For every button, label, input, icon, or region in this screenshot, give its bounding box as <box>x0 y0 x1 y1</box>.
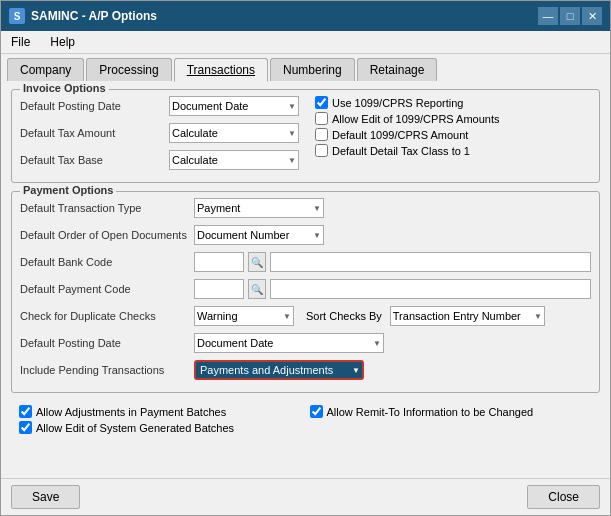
tab-processing[interactable]: Processing <box>86 58 171 81</box>
bank-code-row: Default Bank Code CCB 🔍 City Commercial … <box>20 252 591 272</box>
invoice-options-title: Invoice Options <box>20 82 109 94</box>
main-window: S SAMINC - A/P Options — □ ✕ File Help C… <box>0 0 611 516</box>
title-bar: S SAMINC - A/P Options — □ ✕ <box>1 1 610 31</box>
payment-search-button[interactable]: 🔍 <box>248 279 266 299</box>
footer-bar: Save Close <box>1 478 610 515</box>
title-controls: — □ ✕ <box>538 7 602 25</box>
menu-help[interactable]: Help <box>44 33 81 51</box>
payment-options-group: Payment Options Default Transaction Type… <box>11 191 600 393</box>
adjustments-checkbox-row: Allow Adjustments in Payment Batches <box>19 405 302 418</box>
tab-transactions[interactable]: Transactions <box>174 58 268 82</box>
maximize-button[interactable]: □ <box>560 7 580 25</box>
pending-transactions-row: Include Pending Transactions Payments an… <box>20 360 591 380</box>
payment-posting-date-row: Default Posting Date Document Date <box>20 333 591 353</box>
open-docs-row: Default Order of Open Documents Document… <box>20 225 591 245</box>
tax-amount-select-wrapper: Calculate <box>169 123 299 143</box>
bank-search-button[interactable]: 🔍 <box>248 252 266 272</box>
menu-bar: File Help <box>1 31 610 54</box>
checkbox-default-1099-label: Default 1099/CPRS Amount <box>332 129 468 141</box>
close-button[interactable]: ✕ <box>582 7 602 25</box>
payment-description-input[interactable]: Check <box>270 279 591 299</box>
tabs-bar: Company Processing Transactions Numberin… <box>1 54 610 81</box>
posting-date-row: Default Posting Date Document Date <box>20 96 299 116</box>
checkbox-allow-edit-label: Allow Edit of 1099/CPRS Amounts <box>332 113 500 125</box>
payment-posting-wrapper: Document Date <box>194 333 384 353</box>
adjustments-checkbox[interactable] <box>19 405 32 418</box>
system-batches-checkbox-row: Allow Edit of System Generated Batches <box>19 421 302 434</box>
invoice-left: Default Posting Date Document Date Defau… <box>20 96 299 174</box>
invoice-grid: Default Posting Date Document Date Defau… <box>20 96 591 174</box>
tab-retainage[interactable]: Retainage <box>357 58 438 81</box>
checkbox-allow-edit-row: Allow Edit of 1099/CPRS Amounts <box>315 112 591 125</box>
checkbox-tax-class-label: Default Detail Tax Class to 1 <box>332 145 470 157</box>
transaction-type-row: Default Transaction Type Payment <box>20 198 591 218</box>
minimize-button[interactable]: — <box>538 7 558 25</box>
app-icon: S <box>9 8 25 24</box>
payment-options-title: Payment Options <box>20 184 116 196</box>
pending-select[interactable]: Payments and Adjustments <box>194 360 364 380</box>
tax-base-select-wrapper: Calculate <box>169 150 299 170</box>
transaction-type-label: Default Transaction Type <box>20 202 190 214</box>
window-title: SAMINC - A/P Options <box>31 9 157 23</box>
payment-code-input[interactable]: CHECK <box>194 279 244 299</box>
payment-posting-date-label: Default Posting Date <box>20 337 190 349</box>
sort-checks-select[interactable]: Transaction Entry Number <box>390 306 545 326</box>
content-area: Invoice Options Default Posting Date Doc… <box>1 81 610 478</box>
pending-label: Include Pending Transactions <box>20 364 190 376</box>
transaction-type-wrapper: Payment <box>194 198 324 218</box>
system-batches-checkbox[interactable] <box>19 421 32 434</box>
payment-grid: Default Transaction Type Payment Default… <box>20 198 591 384</box>
payment-code-label: Default Payment Code <box>20 283 190 295</box>
checkbox-default-1099[interactable] <box>315 128 328 141</box>
checkbox-1099-row: Use 1099/CPRS Reporting <box>315 96 591 109</box>
checkbox-1099[interactable] <box>315 96 328 109</box>
duplicate-select[interactable]: Warning <box>194 306 294 326</box>
pending-select-wrapper: Payments and Adjustments ▼ <box>194 360 364 380</box>
close-button-footer[interactable]: Close <box>527 485 600 509</box>
payment-code-row: Default Payment Code CHECK 🔍 Check <box>20 279 591 299</box>
remit-to-checkbox[interactable] <box>310 405 323 418</box>
duplicate-select-wrapper: Warning <box>194 306 294 326</box>
tax-base-select[interactable]: Calculate <box>169 150 299 170</box>
posting-date-select-wrapper: Document Date <box>169 96 299 116</box>
bank-code-input[interactable]: CCB <box>194 252 244 272</box>
bottom-checkboxes: Allow Adjustments in Payment Batches All… <box>11 401 600 438</box>
tab-company[interactable]: Company <box>7 58 84 81</box>
checkbox-default-1099-row: Default 1099/CPRS Amount <box>315 128 591 141</box>
open-docs-wrapper: Document Number <box>194 225 324 245</box>
open-docs-label: Default Order of Open Documents <box>20 229 190 241</box>
tax-amount-label: Default Tax Amount <box>20 127 165 139</box>
open-docs-select[interactable]: Document Number <box>194 225 324 245</box>
tax-amount-select[interactable]: Calculate <box>169 123 299 143</box>
posting-date-label: Default Posting Date <box>20 100 165 112</box>
bank-description-input[interactable]: City Commercial Bank <box>270 252 591 272</box>
tax-base-row: Default Tax Base Calculate <box>20 150 299 170</box>
sort-checks-label: Sort Checks By <box>306 310 382 322</box>
invoice-right: Use 1099/CPRS Reporting Allow Edit of 10… <box>315 96 591 174</box>
remit-to-checkbox-row: Allow Remit-To Information to be Changed <box>310 405 593 418</box>
duplicate-checks-row: Check for Duplicate Checks Warning Sort … <box>20 306 591 326</box>
checkbox-tax-class[interactable] <box>315 144 328 157</box>
invoice-options-group: Invoice Options Default Posting Date Doc… <box>11 89 600 183</box>
title-left: S SAMINC - A/P Options <box>9 8 157 24</box>
posting-date-select[interactable]: Document Date <box>169 96 299 116</box>
save-button[interactable]: Save <box>11 485 80 509</box>
adjustments-label: Allow Adjustments in Payment Batches <box>36 406 226 418</box>
sort-checks-wrapper: Transaction Entry Number <box>390 306 545 326</box>
checkbox-tax-class-row: Default Detail Tax Class to 1 <box>315 144 591 157</box>
remit-to-label: Allow Remit-To Information to be Changed <box>327 406 534 418</box>
tab-numbering[interactable]: Numbering <box>270 58 355 81</box>
transaction-type-select[interactable]: Payment <box>194 198 324 218</box>
checkbox-1099-label: Use 1099/CPRS Reporting <box>332 97 463 109</box>
checkbox-allow-edit[interactable] <box>315 112 328 125</box>
duplicate-checks-label: Check for Duplicate Checks <box>20 310 190 322</box>
tax-base-label: Default Tax Base <box>20 154 165 166</box>
menu-file[interactable]: File <box>5 33 36 51</box>
bank-code-label: Default Bank Code <box>20 256 190 268</box>
system-batches-label: Allow Edit of System Generated Batches <box>36 422 234 434</box>
tax-amount-row: Default Tax Amount Calculate <box>20 123 299 143</box>
payment-posting-select[interactable]: Document Date <box>194 333 384 353</box>
